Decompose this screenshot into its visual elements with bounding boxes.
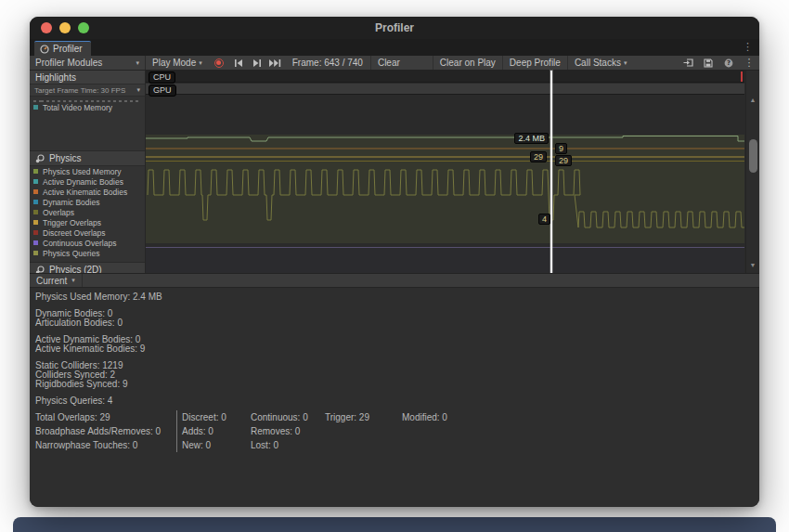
detail-table-cell: Lost: 0 [251,438,325,452]
detail-table-cell: Removes: 0 [251,424,325,438]
chart-area: Highlights Target Frame Time: 30 FPS ▾ T… [30,71,759,273]
detail-table-cell: Adds: 0 [176,424,251,438]
legend-label: Active Dynamic Bodies [43,177,123,187]
detail-line: Physics Queries: 4 [35,396,759,406]
desktop-background: Profiler Profiler ⋮ [0,0,789,532]
legend-item[interactable]: Trigger Overlaps [30,217,145,227]
frame-selector-dropdown[interactable]: Current ▾ [30,274,83,287]
detail-lines: Physics Used Memory: 2.4 MBDynamic Bodie… [35,292,759,406]
call-stacks-dropdown[interactable]: Call Stacks ▾ [568,56,634,70]
detail-table-cell: Total Overlaps: 29 [35,410,176,424]
detail-line: Articulation Bodies: 0 [35,318,759,328]
legend-label: Dynamic Bodies [43,198,99,207]
profiler-modules-dropdown[interactable]: Profiler Modules ▾ [30,56,146,70]
current-frame-icon [269,59,281,67]
legend-item[interactable]: Active Dynamic Bodies [30,176,145,187]
toolbar-context-menu-icon[interactable]: ⋮ [739,56,759,70]
detail-table-cell: Narrowphase Touches: 0 [35,438,176,452]
cpu-badge: CPU [149,71,175,84]
detail-line: Dynamic Bodies: 0 [35,309,759,318]
detail-table-cell: Broadphase Adds/Removes: 0 [35,424,176,438]
save-profile-button[interactable] [698,56,718,70]
legend-item[interactable]: Continuous Overlaps [30,238,145,248]
tab-bar: Profiler ⋮ [30,39,759,56]
legend-color-dot [33,169,38,174]
current-frame-button[interactable] [266,56,285,70]
physics2d-icon [35,266,45,274]
chart-column[interactable]: CPU GPU 2.4 MB929294 [146,71,744,273]
physics-legend: Physics Used MemoryActive Dynamic Bodies… [30,166,145,258]
detail-table-cell: Modified: 0 [402,410,485,424]
gpu-badge: GPU [149,84,176,97]
physics-details-panel: Physics Used Memory: 2.4 MBDynamic Bodie… [30,288,759,507]
legend-label: Overlaps [43,208,74,217]
detail-table-cell: New: 0 [176,438,251,452]
legend-label: Trigger Overlaps [43,218,101,227]
chevron-down-icon: ▾ [624,59,627,67]
tab-label: Profiler [53,44,83,54]
background-window-edge [13,517,776,532]
physics-chart-svg [146,135,744,243]
prev-frame-icon [234,59,243,67]
legend-color-dot [33,220,38,225]
legend-item[interactable]: Overlaps [30,207,145,217]
modules-sidebar: Highlights Target Frame Time: 30 FPS ▾ T… [30,71,146,273]
physics2d-module-header[interactable]: Physics (2D) [30,262,145,273]
save-profile-icon [704,58,713,68]
chart-value-badge: 4 [538,214,550,225]
cpu-chart-row[interactable]: CPU [146,71,744,83]
physics-chart[interactable] [146,135,744,243]
chevron-down-icon: ▾ [71,277,75,284]
prev-frame-button[interactable] [229,56,248,70]
svg-text:?: ? [727,59,731,67]
next-frame-icon [252,59,262,67]
chart-value-badge: 9 [555,143,567,154]
series-physics-used-memory [146,136,744,142]
physics2d-chart[interactable] [146,247,744,273]
detail-table-cell [402,424,485,438]
detail-line: Colliders Synced: 2 [35,370,759,380]
legend-item[interactable]: Dynamic Bodies [30,197,145,207]
legend-item[interactable]: Physics Queries [30,248,145,258]
legend-color-dot [33,210,38,214]
legend-label: Discreet Overlaps [43,228,106,238]
clear-on-play-button[interactable]: Clear on Play [433,56,502,70]
legend-item[interactable]: Discreet Overlaps [30,227,145,238]
detail-table: Total Overlaps: 29Discreet: 0Continuous:… [35,410,759,452]
legend-label: Continuous Overlaps [43,239,116,248]
tab-profiler[interactable]: Profiler [34,41,91,56]
highlights-header[interactable]: Highlights [30,71,145,84]
legend-color-dot [33,240,38,245]
detail-table-cell: Discreet: 0 [176,410,251,424]
detail-line: Active Kinematic Bodies: 9 [35,344,759,354]
scrollbar-thumb[interactable] [749,139,757,173]
scroll-up-icon[interactable]: ▲ [746,97,759,104]
deep-profile-button[interactable]: Deep Profile [503,56,567,70]
detail-table-cell [325,438,402,452]
tab-context-menu-icon[interactable]: ⋮ [743,42,753,52]
profiler-gauge-icon [40,45,49,54]
detail-table-cell [402,438,485,452]
play-mode-dropdown[interactable]: Play Mode ▾ [146,56,209,70]
chart-vertical-scrollbar[interactable]: ▲ ▼ [745,71,759,273]
load-profile-button[interactable] [678,56,698,70]
detail-line: Physics Used Memory: 2.4 MB [35,292,759,302]
legend-item[interactable]: Physics Used Memory [30,166,145,176]
legend-color-dot [33,200,38,204]
scroll-down-icon[interactable]: ▼ [746,262,759,269]
profiler-window: Profiler Profiler ⋮ [30,17,759,507]
selected-frame-playhead[interactable] [550,71,552,273]
help-button[interactable]: ? [718,56,739,70]
target-frame-time-dropdown[interactable]: Target Frame Time: 30 FPS ▾ [30,84,145,97]
legend-item-total-video-memory[interactable]: Total Video Memory [30,102,145,112]
next-frame-button[interactable] [248,56,266,70]
clear-button[interactable]: Clear [371,56,407,70]
window-title: Profiler [30,21,759,34]
physics-module-header[interactable]: Physics [30,150,145,166]
gpu-chart-row[interactable]: GPU [146,84,744,95]
record-button[interactable] [209,56,229,70]
help-icon: ? [724,58,733,68]
legend-item[interactable]: Active Kinematic Bodies [30,187,145,197]
legend-label: Physics Used Memory [43,167,122,176]
detail-table-cell [325,424,402,438]
